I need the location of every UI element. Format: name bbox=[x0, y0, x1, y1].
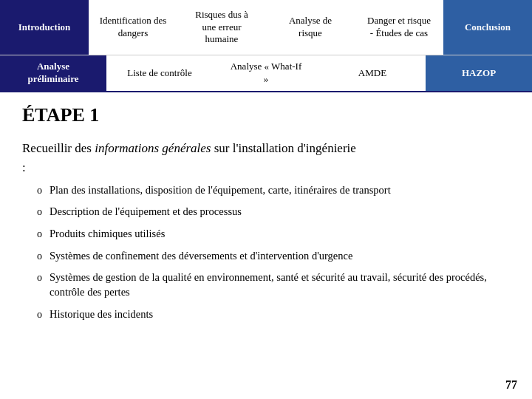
bullet-marker: o bbox=[37, 270, 42, 285]
list-item: o Systèmes de confinement des déversemen… bbox=[22, 248, 510, 264]
list-item: o Description de l'équipement et des pro… bbox=[22, 204, 510, 219]
bullet-list: o Plan des installations, disposition de… bbox=[22, 183, 510, 322]
nav-label-danger-risque: Danger et risque - Études de cas bbox=[365, 15, 433, 40]
sub-nav-bar: Analyse préliminaire Liste de contrôle A… bbox=[0, 55, 532, 92]
list-item: o Historique des incidents bbox=[22, 307, 510, 322]
bullet-text: Description de l'équipement et des proce… bbox=[50, 204, 510, 219]
top-nav-bar: Introduction Identification des dangers … bbox=[0, 0, 532, 55]
bullet-text: Plan des installations, disposition de l… bbox=[50, 183, 510, 197]
heading-italic-text: informations générales bbox=[95, 141, 211, 155]
nav-item-analyse-risque[interactable]: Analyse de risque bbox=[266, 0, 355, 55]
nav-item-risques[interactable]: Risques dus à une erreur humaine bbox=[177, 0, 266, 55]
bullet-text: Systèmes de confinement des déversements… bbox=[50, 248, 510, 263]
etape-title: ÉTAPE 1 bbox=[22, 104, 510, 126]
subnav-label-amde: AMDE bbox=[358, 67, 386, 80]
nav-label-identification: Identification des dangers bbox=[99, 15, 167, 40]
bullet-text: Produits chimiques utilisés bbox=[50, 226, 510, 241]
heading-plain-text: Recueillir des bbox=[22, 141, 95, 155]
bullet-marker: o bbox=[37, 307, 42, 322]
nav-label-risques: Risques dus à une erreur humaine bbox=[188, 9, 256, 47]
main-heading: Recueillir des informations générales su… bbox=[22, 140, 510, 157]
main-content: ÉTAPE 1 Recueillir des informations géné… bbox=[0, 92, 532, 335]
nav-item-introduction[interactable]: Introduction bbox=[0, 0, 89, 55]
subnav-item-liste-controle[interactable]: Liste de contrôle bbox=[106, 55, 213, 91]
nav-label-conclusion: Conclusion bbox=[465, 21, 511, 34]
nav-label-analyse-risque: Analyse de risque bbox=[276, 15, 344, 40]
bullet-marker: o bbox=[37, 227, 42, 242]
bullet-marker: o bbox=[37, 183, 42, 198]
list-item: o Plan des installations, disposition de… bbox=[22, 183, 510, 198]
bullet-marker: o bbox=[37, 205, 42, 219]
bullet-text: Historique des incidents bbox=[50, 307, 510, 321]
nav-item-conclusion[interactable]: Conclusion bbox=[443, 0, 532, 55]
list-item: o Systèmes de gestion de la qualité en e… bbox=[22, 270, 510, 300]
subnav-item-analyse-prelim[interactable]: Analyse préliminaire bbox=[0, 55, 106, 91]
nav-item-identification[interactable]: Identification des dangers bbox=[89, 0, 177, 55]
heading-rest-text: sur l'installation d'ingénierie bbox=[211, 141, 355, 155]
subnav-label-hazop: HAZOP bbox=[462, 67, 496, 80]
list-item: o Produits chimiques utilisés bbox=[22, 226, 510, 242]
subnav-label-analyse-whatif: Analyse « What-If » bbox=[228, 61, 304, 86]
nav-label-introduction: Introduction bbox=[18, 21, 71, 34]
nav-item-danger-risque[interactable]: Danger et risque - Études de cas bbox=[355, 0, 443, 55]
subnav-item-amde[interactable]: AMDE bbox=[319, 55, 426, 91]
bullet-text: Systèmes de gestion de la qualité en env… bbox=[50, 270, 510, 300]
colon-line: : bbox=[22, 160, 510, 175]
subnav-item-hazop[interactable]: HAZOP bbox=[426, 55, 532, 91]
bullet-marker: o bbox=[37, 249, 42, 264]
subnav-label-analyse-prelim: Analyse préliminaire bbox=[15, 61, 92, 86]
subnav-label-liste-controle: Liste de contrôle bbox=[127, 67, 191, 80]
page-number: 77 bbox=[505, 378, 517, 392]
subnav-item-analyse-whatif[interactable]: Analyse « What-If » bbox=[213, 55, 319, 91]
